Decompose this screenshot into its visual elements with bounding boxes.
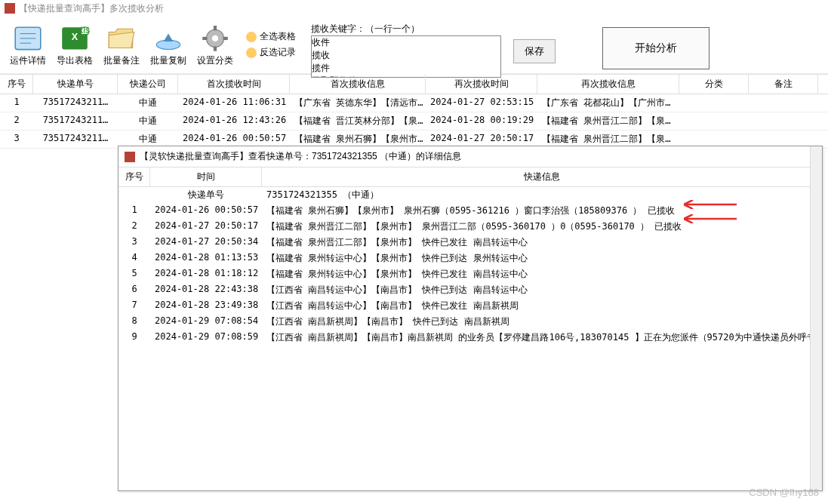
detail-scrollbar[interactable]: [810, 146, 822, 490]
export-label: 导出表格: [57, 54, 93, 67]
bulb-icon: [246, 48, 257, 58]
gear-icon: [199, 24, 231, 53]
excel-icon: Xxls: [59, 24, 91, 53]
save-button[interactable]: 保存: [513, 39, 556, 63]
toolbar: 运件详情 Xxls 导出表格 批量备注 批量复制 设置分类 全选表格 反选记录: [0, 17, 828, 74]
detail-label: 运件详情: [10, 54, 46, 67]
col-first-time[interactable]: 首次揽收时间: [178, 75, 290, 94]
remark-button[interactable]: 批量备注: [100, 20, 143, 71]
table-row[interactable]: 173517243211…中通2024-01-26 11:06:31【广东省 英…: [0, 94, 828, 112]
category-button[interactable]: 设置分类: [193, 20, 237, 71]
invert-label: 反选记录: [260, 46, 296, 59]
app-icon: [125, 152, 135, 162]
sub-tracking-label: 快递单号: [150, 187, 262, 203]
col-seq[interactable]: 序号: [119, 167, 150, 186]
app-title: 【快递批量查询高手】多次揽收分析: [19, 2, 164, 15]
detail-table: 序号 时间 快递信息 快递单号 7351724321355 （中通） 12024…: [119, 167, 822, 346]
col-tracking[interactable]: 快递单号: [33, 75, 118, 94]
copy-icon: [152, 24, 184, 53]
keyword-label: 揽收关键字：（一行一个）: [311, 21, 501, 35]
detail-window: 【灵软快递批量查询高手】查看快递单号：7351724321355 （中通）的详细…: [118, 146, 823, 491]
table-row[interactable]: 42024-01-28 01:13:53【福建省 泉州转运中心】【泉州市】 快件…: [119, 250, 822, 266]
copy-label: 批量复制: [150, 54, 186, 67]
keyword-textarea[interactable]: [311, 35, 501, 78]
detail-button[interactable]: 运件详情: [6, 20, 50, 71]
col-seq[interactable]: 序号: [0, 75, 33, 94]
detail-title-text: 【灵软快递批量查询高手】查看快递单号：7351724321355 （中通）的详细…: [140, 150, 461, 163]
sub-tracking-value: 7351724321355 （中通）: [262, 187, 822, 203]
col-category[interactable]: 分类: [679, 75, 749, 94]
copy-button[interactable]: 批量复制: [146, 20, 190, 71]
table-row[interactable]: 62024-01-28 22:43:38【江西省 南昌转运中心】【南昌市】 快件…: [119, 282, 822, 298]
bulb-icon: [246, 32, 257, 42]
select-all-checkbox[interactable]: 全选表格: [246, 30, 296, 43]
table-row[interactable]: 273517243211…中通2024-01-26 12:43:26【福建省 晋…: [0, 112, 828, 131]
svg-text:X: X: [72, 32, 78, 42]
table-row[interactable]: 92024-01-29 07:08:59【江西省 南昌新祺周】【南昌市】南昌新祺…: [119, 330, 822, 346]
table-row[interactable]: 82024-01-29 07:08:54【江西省 南昌新祺周】【南昌市】 快件已…: [119, 314, 822, 330]
col-next-info[interactable]: 再次揽收信息: [537, 75, 679, 94]
category-label: 设置分类: [197, 54, 233, 67]
main-title-bar: 【快递批量查询高手】多次揽收分析: [0, 0, 828, 17]
detail-table-header: 序号 时间 快递信息: [119, 167, 822, 187]
col-note[interactable]: 备注: [749, 75, 818, 94]
svg-text:xls: xls: [78, 24, 90, 35]
analyze-button[interactable]: 开始分析: [602, 27, 709, 69]
svg-point-10: [212, 35, 218, 41]
table-row[interactable]: 72024-01-28 23:49:38【江西省 南昌转运中心】【南昌市】 快件…: [119, 298, 822, 314]
col-time[interactable]: 时间: [150, 167, 262, 186]
detail-title-bar: 【灵软快递批量查询高手】查看快递单号：7351724321355 （中通）的详细…: [119, 146, 822, 167]
col-next-time[interactable]: 再次揽收时间: [426, 75, 537, 94]
select-all-label: 全选表格: [260, 30, 296, 43]
col-first-info[interactable]: 首次揽收信息: [290, 75, 426, 94]
invert-checkbox[interactable]: 反选记录: [246, 46, 296, 59]
col-company[interactable]: 快递公司: [118, 75, 178, 94]
export-button[interactable]: Xxls 导出表格: [53, 20, 97, 71]
detail-icon: [12, 24, 44, 53]
annotation-arrow: [684, 200, 737, 209]
table-row[interactable]: 52024-01-28 01:18:12【福建省 泉州转运中心】【泉州市】 快件…: [119, 266, 822, 282]
col-info[interactable]: 快递信息: [262, 167, 822, 186]
watermark: CSDN @fhy168: [749, 487, 819, 498]
main-table-header: 序号 快递单号 快递公司 首次揽收时间 首次揽收信息 再次揽收时间 再次揽收信息…: [0, 74, 828, 94]
main-table: 序号 快递单号 快递公司 首次揽收时间 首次揽收信息 再次揽收时间 再次揽收信息…: [0, 74, 828, 149]
table-row[interactable]: 32024-01-27 20:50:34【福建省 泉州晋江二部】【泉州市】 快件…: [119, 235, 822, 250]
app-icon: [5, 3, 15, 14]
annotation-arrow: [684, 214, 737, 223]
remark-label: 批量备注: [103, 54, 140, 67]
folder-icon: [106, 24, 137, 53]
